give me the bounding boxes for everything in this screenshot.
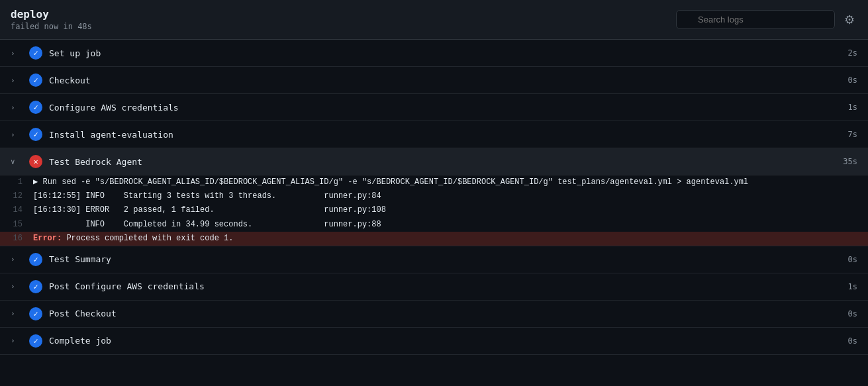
settings-button[interactable]: ⚙ bbox=[842, 10, 857, 30]
job-row-configure-aws[interactable]: ›Configure AWS credentials1s bbox=[0, 94, 868, 121]
job-row-setup-job[interactable]: ›Set up job2s bbox=[0, 40, 868, 67]
job-list: ›Set up job2s›Checkout0s›Configure AWS c… bbox=[0, 40, 868, 355]
job-duration: 1s bbox=[848, 103, 857, 112]
job-row-install-agent[interactable]: ›Install agent-evaluation7s bbox=[0, 121, 868, 148]
log-line-content: Error: Process completed with exit code … bbox=[33, 232, 868, 245]
status-icon-success bbox=[29, 101, 42, 114]
header-left: deploy failed now in 48s bbox=[11, 8, 92, 31]
log-line-content: [16:12:55] INFO Starting 3 tests with 3 … bbox=[33, 190, 868, 203]
status-icon-success bbox=[29, 280, 42, 293]
job-name: Install agent-evaluation bbox=[49, 130, 848, 140]
log-line: 12[16:12:55] INFO Starting 3 tests with … bbox=[0, 189, 868, 203]
log-line: 1▶ Run sed -e "s/BEDROCK_AGENT_ALIAS_ID/… bbox=[0, 175, 868, 189]
chevron-icon: › bbox=[11, 130, 24, 139]
log-section: 1▶ Run sed -e "s/BEDROCK_AGENT_ALIAS_ID/… bbox=[0, 175, 868, 246]
job-row-test-summary[interactable]: ›Test Summary0s bbox=[0, 246, 868, 273]
chevron-icon: › bbox=[11, 336, 24, 345]
chevron-icon: › bbox=[11, 282, 24, 291]
job-duration: 0s bbox=[848, 255, 857, 264]
page-title: deploy bbox=[11, 8, 92, 21]
log-line-number: 14 bbox=[0, 204, 33, 217]
status-icon-success bbox=[29, 253, 42, 266]
log-line-number: 16 bbox=[0, 232, 33, 245]
log-line: 15 INFO Completed in 34.99 seconds. runn… bbox=[0, 218, 868, 232]
job-duration: 0s bbox=[848, 309, 857, 318]
job-name: Test Bedrock Agent bbox=[49, 157, 843, 167]
job-row-post-checkout[interactable]: ›Post Checkout0s bbox=[0, 301, 868, 328]
chevron-icon: › bbox=[11, 76, 24, 85]
search-wrapper: 🔍 bbox=[676, 10, 835, 29]
status-icon-success bbox=[29, 46, 42, 60]
job-name: Checkout bbox=[49, 75, 848, 85]
status-icon-success bbox=[29, 334, 42, 348]
job-name: Configure AWS credentials bbox=[49, 103, 848, 113]
job-name: Complete job bbox=[49, 336, 848, 346]
status-icon-error bbox=[29, 155, 42, 168]
error-label: Error: bbox=[33, 234, 62, 243]
chevron-icon: › bbox=[11, 49, 24, 58]
job-name: Post Checkout bbox=[49, 309, 848, 318]
search-input[interactable] bbox=[676, 10, 835, 29]
job-name: Set up job bbox=[49, 48, 848, 58]
job-duration: 35s bbox=[843, 157, 857, 166]
job-duration: 2s bbox=[848, 48, 857, 58]
status-icon-success bbox=[29, 307, 42, 320]
job-row-test-bedrock[interactable]: ∨Test Bedrock Agent35s bbox=[0, 148, 868, 175]
status-icon-success bbox=[29, 128, 42, 141]
job-row-complete-job[interactable]: ›Complete job0s bbox=[0, 328, 868, 355]
log-line-number: 15 bbox=[0, 218, 33, 231]
log-line: 16Error: Process completed with exit cod… bbox=[0, 232, 868, 246]
job-duration: 1s bbox=[848, 282, 857, 291]
chevron-icon: › bbox=[11, 255, 24, 264]
page-subtitle: failed now in 48s bbox=[11, 22, 92, 31]
header-right: 🔍 ⚙ bbox=[676, 10, 857, 30]
chevron-icon: › bbox=[11, 103, 24, 112]
job-row-post-configure[interactable]: ›Post Configure AWS credentials1s bbox=[0, 273, 868, 301]
log-line-content: [16:13:30] ERROR 2 passed, 1 failed. run… bbox=[33, 204, 868, 217]
log-line: 14[16:13:30] ERROR 2 passed, 1 failed. r… bbox=[0, 203, 868, 217]
job-name: Test Summary bbox=[49, 254, 848, 264]
log-line-content: ▶ Run sed -e "s/BEDROCK_AGENT_ALIAS_ID/$… bbox=[33, 176, 868, 189]
log-line-number: 12 bbox=[0, 190, 33, 203]
chevron-icon: ∨ bbox=[11, 158, 24, 166]
log-line-content: INFO Completed in 34.99 seconds. runner.… bbox=[33, 218, 868, 231]
page-header: deploy failed now in 48s 🔍 ⚙ bbox=[0, 0, 868, 40]
chevron-icon: › bbox=[11, 309, 24, 318]
error-text: Process completed with exit code 1. bbox=[62, 234, 233, 243]
job-duration: 7s bbox=[848, 130, 857, 139]
status-icon-success bbox=[29, 73, 42, 87]
log-line-number: 1 bbox=[0, 176, 33, 189]
job-duration: 0s bbox=[848, 336, 857, 346]
job-name: Post Configure AWS credentials bbox=[49, 281, 848, 291]
job-row-checkout[interactable]: ›Checkout0s bbox=[0, 67, 868, 94]
job-duration: 0s bbox=[848, 75, 857, 85]
